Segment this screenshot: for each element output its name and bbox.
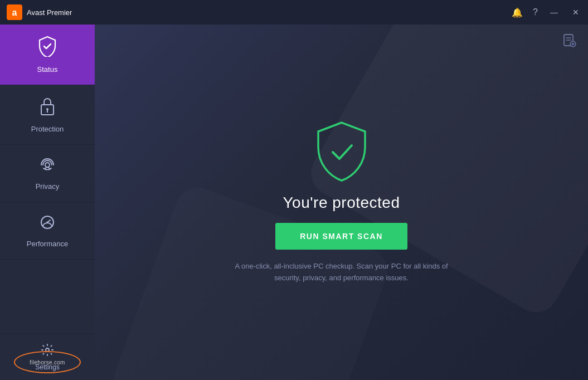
status-shield-icon <box>38 36 57 61</box>
scan-description-text: A one-click, all-inclusive PC checkup. S… <box>225 261 459 284</box>
status-container: You're protected RUN SMART SCAN A one-cl… <box>225 120 459 284</box>
sidebar-privacy-label: Privacy <box>36 182 60 191</box>
app-body: Status Protection <box>0 25 588 380</box>
sidebar-item-performance[interactable]: Performance <box>0 202 95 260</box>
sidebar-status-label: Status <box>37 65 58 74</box>
avast-logo-icon: a <box>7 4 22 20</box>
sidebar-item-status[interactable]: Status <box>0 25 95 85</box>
titlebar-controls: 🔔 ? — ✕ <box>512 7 581 18</box>
sidebar-protection-label: Protection <box>31 125 64 133</box>
sidebar-item-privacy[interactable]: Privacy <box>0 145 95 202</box>
svg-point-8 <box>47 222 48 223</box>
performance-gauge-icon <box>38 213 56 235</box>
sidebar: Status Protection <box>0 25 95 380</box>
app-title: Avast Premier <box>27 8 72 17</box>
sidebar-item-settings[interactable]: Settings filehorse.com <box>0 334 95 380</box>
titlebar: a Avast Premier 🔔 ? — ✕ <box>0 0 588 25</box>
sidebar-performance-label: Performance <box>27 240 68 248</box>
svg-text:a: a <box>12 8 17 17</box>
help-icon[interactable]: ? <box>533 7 538 17</box>
protected-shield-icon <box>314 120 370 183</box>
main-content: You're protected RUN SMART SCAN A one-cl… <box>95 25 588 380</box>
minimize-button[interactable]: — <box>548 7 560 18</box>
protection-lock-icon <box>39 96 56 120</box>
protected-status-text: You're protected <box>283 194 400 212</box>
privacy-fingerprint-icon <box>38 156 56 178</box>
watermark-text: filehorse.com <box>30 359 65 366</box>
watermark: filehorse.com <box>14 351 81 373</box>
sidebar-item-protection[interactable]: Protection <box>0 85 95 145</box>
bell-icon[interactable]: 🔔 <box>512 7 523 18</box>
svg-point-3 <box>46 108 48 110</box>
titlebar-left: a Avast Premier <box>7 4 72 20</box>
sidebar-bottom: Settings filehorse.com <box>0 334 95 380</box>
svg-point-5 <box>45 163 50 167</box>
run-smart-scan-button[interactable]: RUN SMART SCAN <box>275 223 407 250</box>
account-icon[interactable] <box>562 33 577 51</box>
close-button[interactable]: ✕ <box>570 7 581 18</box>
